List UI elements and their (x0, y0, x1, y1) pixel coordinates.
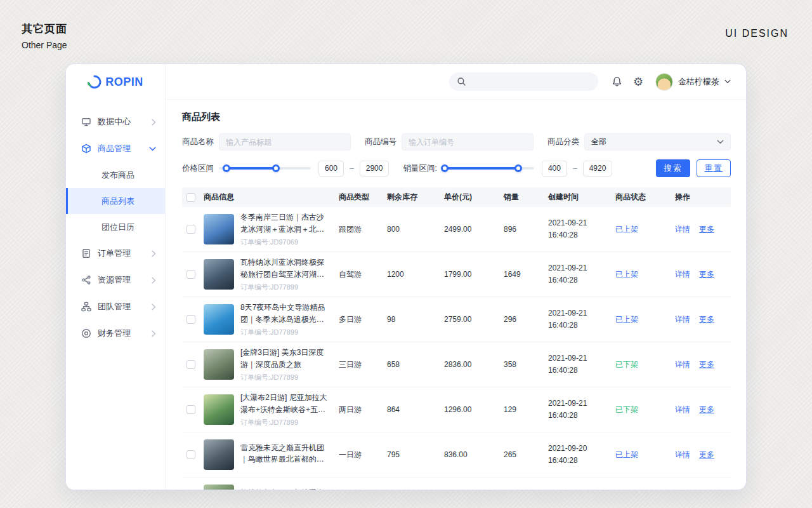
table-row: [金牌3日游] 美东3日深度游｜深度品质之旅 订单编号:JD77899 三日游 … (182, 342, 731, 387)
sales-max-box[interactable]: 4920 (583, 161, 613, 177)
header-operations: 操作 (675, 192, 731, 203)
product-name-label: 商品名称 (182, 137, 214, 147)
status-badge: 已上架 (615, 225, 638, 234)
sidebar-item-order-management[interactable]: 订单管理 (66, 240, 165, 267)
header-product-info: 商品信息 (204, 192, 339, 203)
settings-gear-icon[interactable]: ⚙ (631, 76, 645, 88)
more-link[interactable]: 更多 (699, 360, 714, 369)
sidebar-item-resource-management[interactable]: 资源管理 (66, 267, 165, 293)
chevron-down-icon (717, 140, 724, 144)
sales-range-slider[interactable] (442, 167, 534, 170)
status-badge: 已上架 (615, 270, 638, 279)
product-title[interactable]: 雷克雅未克之巅直升机团｜鸟瞰世界最北首都的彩色屋顶 (240, 442, 335, 465)
price-min-box[interactable]: 600 (318, 161, 344, 177)
more-link[interactable]: 更多 (699, 270, 714, 279)
row-checkbox[interactable] (187, 270, 195, 279)
header-product-type: 商品类型 (339, 192, 387, 203)
price-max-box[interactable]: 2900 (360, 161, 390, 177)
product-order-number: 订单编号:JD77899 (240, 373, 335, 382)
table-row: 拉特拉尔角＋丁坚地瀑布＋北极光 一日游 994 2099.00 793 2021… (182, 478, 731, 490)
user-menu[interactable]: 金桔柠檬茶 (655, 73, 731, 91)
header-created-time: 创建时间 (548, 192, 615, 203)
sidebar-item-data-center[interactable]: 数据中心 (66, 109, 165, 135)
detail-link[interactable]: 详情 (675, 360, 690, 369)
sidebar-item-group-calendar[interactable]: 团位日历 (66, 214, 165, 240)
product-title[interactable]: [金牌3日游] 美东3日深度游｜深度品质之旅 (240, 347, 335, 370)
table-row: 瓦特纳冰川蓝冰洞终极探秘旅行团自驾至冰河湖集合 订单编号:JD77899 自驾游… (182, 252, 731, 297)
category-selected-value: 全部 (591, 137, 606, 147)
sidebar-item-label: 商品管理 (98, 143, 131, 154)
row-checkbox[interactable] (187, 225, 195, 234)
page-title: 商品列表 (182, 111, 731, 123)
product-price: 1296.00 (444, 405, 504, 414)
product-title[interactable]: [大瀑布2日游] 尼亚加拉大瀑布+沃特金斯峡谷+五指湖+风之洞... (240, 392, 335, 415)
price-slider-handle-max[interactable] (272, 164, 280, 172)
sidebar-item-label: 团队管理 (98, 301, 131, 312)
document-icon (81, 248, 91, 258)
range-dash: – (573, 164, 577, 173)
sales-slider-handle-max[interactable] (514, 164, 522, 172)
table-row: 冬季南岸三日游｜杰古沙龙冰河湖＋蓝冰洞＋北极光＋冰川徒步+... 订单编号:JD… (182, 207, 731, 252)
cube-icon (81, 144, 91, 154)
monitor-icon (81, 117, 91, 127)
row-checkbox[interactable] (187, 450, 195, 459)
row-checkbox[interactable] (187, 315, 195, 324)
sidebar-item-publish-product[interactable]: 发布商品 (66, 162, 165, 188)
product-table: 商品信息 商品类型 剩余库存 单价(元) 销量 创建时间 商品状态 操作 冬季南… (182, 187, 731, 490)
sales-range-label: 销量区间: (403, 163, 436, 174)
logo[interactable]: ROPIN (66, 64, 165, 100)
price-range-slider[interactable] (219, 167, 311, 170)
product-price: 2836.00 (444, 360, 504, 369)
product-name-input[interactable] (219, 133, 351, 150)
sidebar-item-finance-management[interactable]: 财务管理 (66, 320, 165, 347)
product-order-number: 订单编号:JD77899 (240, 328, 335, 337)
product-price: 1799.00 (444, 270, 504, 279)
sales-min-box[interactable]: 400 (542, 161, 567, 177)
sidebar-item-label: 数据中心 (98, 116, 131, 128)
product-thumbnail (204, 349, 234, 380)
product-title[interactable]: 8天7夜环岛中文导游精品团｜冬季来冰岛追极光，雷克雅未克东... (240, 302, 335, 325)
created-date: 2021-09-21 (548, 352, 612, 364)
share-nodes-icon (81, 275, 91, 285)
row-checkbox[interactable] (187, 405, 195, 414)
detail-link[interactable]: 详情 (675, 270, 690, 279)
notification-bell-icon[interactable] (610, 76, 624, 87)
more-link[interactable]: 更多 (699, 225, 714, 234)
price-slider-handle-min[interactable] (223, 164, 230, 172)
annotation-title-cn: 其它页面 (22, 22, 67, 36)
more-link[interactable]: 更多 (699, 315, 714, 324)
created-date: 2021-09-21 (548, 398, 612, 410)
product-order-number: 订单编号:JD77899 (240, 283, 335, 292)
more-link[interactable]: 更多 (699, 450, 714, 459)
chevron-right-icon (152, 250, 156, 257)
annotation-title-en: Other Page (22, 40, 67, 50)
detail-link[interactable]: 详情 (675, 405, 690, 414)
product-type: 三日游 (339, 359, 387, 370)
sidebar-item-label: 财务管理 (98, 328, 131, 339)
chevron-right-icon (152, 330, 156, 337)
detail-link[interactable]: 详情 (675, 450, 690, 459)
sales-slider-handle-min[interactable] (441, 164, 449, 172)
product-title[interactable]: 冬季南岸三日游｜杰古沙龙冰河湖＋蓝冰洞＋北极光＋冰川徒步+... (240, 211, 335, 235)
detail-link[interactable]: 详情 (675, 315, 690, 324)
sidebar-item-product-management[interactable]: 商品管理 (66, 135, 165, 162)
product-code-input[interactable] (402, 133, 534, 150)
search-input[interactable] (471, 77, 591, 86)
product-title[interactable]: 瓦特纳冰川蓝冰洞终极探秘旅行团自驾至冰河湖集合 (240, 257, 335, 280)
product-stock: 658 (387, 360, 444, 369)
select-all-checkbox[interactable] (187, 193, 195, 202)
detail-link[interactable]: 详情 (675, 225, 690, 234)
topbar: ⚙ 金桔柠檬茶 (166, 64, 746, 100)
row-checkbox[interactable] (187, 360, 195, 369)
category-select[interactable]: 全部 (584, 133, 731, 150)
product-sales: 1649 (504, 270, 548, 279)
product-title[interactable]: 拉特拉尔角＋丁坚地瀑布＋北极光 (240, 487, 335, 490)
product-code-label: 商品编号 (365, 137, 396, 147)
reset-button[interactable]: 重置 (697, 159, 731, 177)
sidebar-item-team-management[interactable]: 团队管理 (66, 293, 165, 320)
search-button[interactable]: 搜索 (656, 159, 690, 177)
more-link[interactable]: 更多 (699, 405, 714, 414)
content-area: 商品列表 商品名称 商品编号 商品分类 全部 (166, 100, 746, 490)
global-search[interactable] (449, 72, 598, 91)
sidebar-item-product-list[interactable]: 商品列表 (66, 188, 165, 214)
